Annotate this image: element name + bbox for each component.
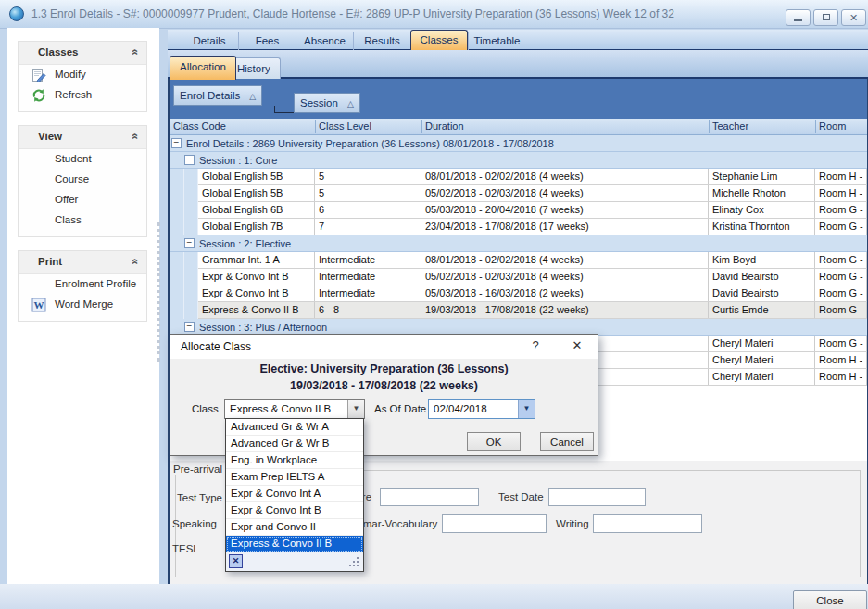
tab-classes[interactable]: Classes: [410, 30, 468, 50]
sidebar-splitter[interactable]: [157, 222, 160, 362]
cell-duration: 23/04/2018 - 17/08/2018 (17 weeks): [421, 219, 709, 235]
minimize-button[interactable]: [786, 9, 811, 26]
dropdown-item-advanced-gr-wr-a[interactable]: Advanced Gr & Wr A: [226, 419, 363, 436]
column-header-teacher[interactable]: Teacher: [712, 121, 748, 132]
writing-input[interactable]: [593, 514, 702, 533]
tab-results[interactable]: Results: [353, 32, 410, 50]
table-row[interactable]: Expr & Convo Int BIntermediate05/02/2018…: [170, 269, 867, 285]
class-combobox-dropdown-button[interactable]: ▼: [347, 400, 364, 418]
class-combobox[interactable]: Express & Convo II B ▼: [224, 399, 365, 419]
minimize-icon: [794, 19, 802, 21]
row-indent: [170, 302, 198, 319]
sidebar-panel-header-view[interactable]: View«: [19, 126, 146, 149]
column-header-class-code[interactable]: Class Code: [173, 121, 226, 132]
grammar-vocabulary-input[interactable]: [442, 514, 547, 533]
window-close-button[interactable]: ✕: [841, 9, 866, 26]
score-input[interactable]: [380, 488, 479, 506]
subtab-allocation[interactable]: Allocation: [170, 56, 236, 80]
column-header-duration[interactable]: Duration: [425, 121, 464, 132]
sidebar-panel-header-print[interactable]: Print«: [19, 251, 146, 274]
group-row: −Session : 1: Core: [170, 152, 867, 169]
clear-selection-button[interactable]: ✕: [229, 554, 243, 568]
table-row[interactable]: Global English 6B605/03/2018 - 20/04/201…: [170, 202, 867, 219]
sidebar-item-modify[interactable]: Modify: [19, 65, 146, 85]
dropdown-item-expr-and-convo-ii[interactable]: Expr and Convo II: [226, 519, 363, 536]
as-of-date-value: 02/04/2018: [434, 403, 487, 414]
table-row[interactable]: Global English 7B723/04/2018 - 17/08/201…: [170, 219, 867, 235]
dropdown-item-exam-prep-ielts-a[interactable]: Exam Prep IELTS A: [226, 469, 363, 486]
cell-class-code: Grammar Int. 1 A: [198, 252, 315, 268]
test-date-input[interactable]: [548, 488, 646, 506]
collapse-box-icon[interactable]: −: [171, 138, 182, 148]
app-window: 1.3 Enrol Details - S#: 0000009977 Prude…: [0, 0, 868, 609]
restore-button[interactable]: [813, 9, 838, 26]
date-dropdown-button[interactable]: ▼: [518, 400, 535, 418]
dropdown-item-expr-convo-int-b[interactable]: Expr & Convo Int B: [226, 502, 363, 519]
table-row[interactable]: Global English 5B505/02/2018 - 02/03/201…: [170, 185, 867, 202]
sidebar-item-course[interactable]: Course: [19, 170, 146, 190]
sidebar-item-label: Refresh: [55, 89, 92, 100]
footer-close-button[interactable]: Close: [793, 590, 867, 609]
table-row[interactable]: Express & Convo II B6 - 819/03/2018 - 17…: [170, 302, 867, 319]
as-of-date-picker[interactable]: 02/04/2018 ▼: [428, 399, 535, 419]
cancel-button[interactable]: Cancel: [540, 432, 594, 451]
collapse-chevron-icon[interactable]: «: [130, 49, 143, 56]
table-row[interactable]: Expr & Convo Int BIntermediate05/03/2018…: [170, 285, 867, 302]
dropdown-item-express-convo-ii-b[interactable]: Express & Convo II B: [226, 536, 363, 552]
table-row[interactable]: Global English 5B508/01/2018 - 02/02/201…: [170, 169, 867, 185]
sidebar-item-label: Modify: [55, 69, 86, 80]
tab-details[interactable]: Details: [181, 32, 238, 50]
collapse-box-icon[interactable]: −: [184, 238, 195, 248]
sidebar-item-refresh[interactable]: Refresh: [19, 85, 146, 106]
collapse-box-icon[interactable]: −: [184, 155, 195, 165]
sidebar-item-class[interactable]: Class: [19, 210, 146, 231]
sidebar: Classes«ModifyRefreshView«StudentCourseO…: [7, 28, 159, 584]
group-by-bar: Enrol Details△Session△: [170, 79, 867, 119]
sidebar-item-offer[interactable]: Offer: [19, 190, 146, 210]
sidebar-panel-view: View«StudentCourseOfferClass: [18, 125, 147, 237]
tab-absence[interactable]: Absence: [296, 32, 353, 50]
panel-title: Classes: [38, 46, 78, 57]
sidebar-item-student[interactable]: Student: [19, 149, 146, 170]
dropdown-item-advanced-gr-wr-b[interactable]: Advanced Gr & Wr B: [226, 436, 363, 452]
tab-fees[interactable]: Fees: [238, 32, 296, 50]
column-header-class-level[interactable]: Class Level: [319, 121, 371, 132]
group-row-label: Session : 1: Core: [199, 153, 277, 169]
dialog-title-bar[interactable]: Allocate Class ? ✕: [170, 335, 598, 359]
footer-bar: Close: [0, 584, 868, 609]
dialog-help-button[interactable]: ?: [528, 338, 543, 352]
pre-arrival-legend: Pre-arrival: [170, 463, 225, 475]
svg-text:W: W: [34, 299, 44, 311]
dropdown-item-eng-in-workplace[interactable]: Eng. in Workplace: [226, 452, 363, 469]
title-bar: 1.3 Enrol Details - S#: 0000009977 Prude…: [0, 0, 868, 29]
dropdown-item-expr-convo-int-a[interactable]: Expr & Convo Int A: [226, 486, 363, 502]
collapse-chevron-icon[interactable]: «: [130, 259, 143, 265]
dropdown-footer: ✕: [226, 552, 363, 571]
header-separator: [315, 120, 316, 133]
header-separator: [421, 120, 422, 133]
group-by-enrol-details[interactable]: Enrol Details△: [173, 85, 262, 106]
cell-room: Room H -: [815, 369, 867, 385]
table-row[interactable]: Grammar Int. 1 AIntermediate08/01/2018 -…: [170, 252, 867, 269]
cell-room: Room G -: [815, 336, 867, 351]
resize-grip-icon[interactable]: [357, 565, 359, 566]
row-indent: [170, 202, 198, 219]
icon-spacer: [31, 172, 46, 187]
collapse-chevron-icon[interactable]: «: [130, 133, 143, 140]
group-by-label: Enrol Details: [180, 90, 240, 101]
tab-timetable[interactable]: Timetable: [468, 32, 525, 50]
restore-icon: [823, 14, 830, 20]
sidebar-item-enrolment-profile[interactable]: Enrolment Profile: [19, 274, 146, 295]
group-by-session[interactable]: Session△: [294, 93, 360, 113]
cell-teacher: Michelle Rhoton: [709, 185, 815, 201]
column-header-room[interactable]: Room: [819, 121, 846, 132]
cell-duration: 08/01/2018 - 02/02/2018 (4 weeks): [421, 169, 709, 184]
icon-spacer: [31, 193, 46, 208]
sidebar-item-word-merge[interactable]: WWord Merge: [19, 295, 146, 315]
dialog-heading-course: Elective: University Preparation (36 Les…: [170, 362, 598, 375]
header-separator: [815, 120, 816, 133]
ok-button[interactable]: OK: [467, 432, 521, 451]
dialog-close-button[interactable]: ✕: [567, 338, 587, 352]
sidebar-panel-header-classes[interactable]: Classes«: [19, 42, 146, 65]
collapse-box-icon[interactable]: −: [184, 322, 195, 332]
